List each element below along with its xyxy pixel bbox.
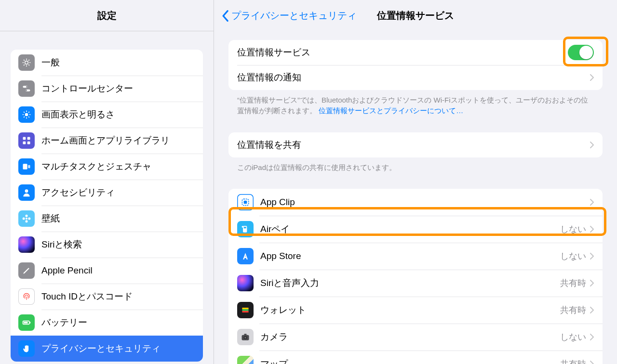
app-label: App Clip bbox=[260, 197, 590, 208]
sidebar-item-label: Apple Pencil bbox=[41, 265, 93, 276]
svg-point-16 bbox=[23, 218, 25, 220]
chevron-right-icon bbox=[590, 361, 594, 364]
sidebar-item-label: コントロールセンター bbox=[41, 82, 133, 95]
location-services-card: 位置情報サービス 位置情報の通知 bbox=[228, 40, 603, 90]
sidebar-item-battery[interactable]: バッテリー bbox=[11, 310, 203, 336]
sidebar-item-label: Siriと検索 bbox=[41, 238, 82, 251]
app-row-camera[interactable]: カメラしない bbox=[228, 324, 603, 351]
sidebar-item-general[interactable]: 一般 bbox=[11, 50, 203, 76]
app-row-sirivoice[interactable]: Siriと音声入力共有時 bbox=[228, 270, 603, 297]
app-label: マップ bbox=[260, 358, 560, 364]
sidebar-item-siri[interactable]: Siriと検索 bbox=[11, 232, 203, 258]
chevron-right-icon bbox=[590, 199, 594, 206]
siri-icon bbox=[18, 236, 35, 253]
back-label: プライバシーとセキュリティ bbox=[231, 9, 357, 22]
sidebar-item-display[interactable]: 画面表示と明るさ bbox=[11, 102, 203, 128]
app-row-airpay[interactable]: Airペイしない bbox=[228, 216, 603, 243]
svg-point-14 bbox=[26, 215, 28, 217]
chevron-left-icon bbox=[221, 10, 229, 22]
svg-rect-23 bbox=[244, 201, 247, 204]
location-services-toggle[interactable] bbox=[568, 45, 594, 60]
chevron-right-icon bbox=[590, 280, 594, 286]
svg-rect-9 bbox=[27, 142, 30, 144]
row-location-notify[interactable]: 位置情報の通知 bbox=[228, 65, 603, 90]
sidebar-item-multitask[interactable]: マルチタスクとジェスチャ bbox=[11, 154, 203, 180]
sidebar-item-label: バッテリー bbox=[41, 316, 87, 329]
sidebar-item-label: Touch IDとパスコード bbox=[41, 290, 133, 303]
sidebar-item-label: 画面表示と明るさ bbox=[41, 108, 115, 121]
share-location-card: 位置情報を共有 bbox=[228, 132, 603, 157]
app-row-appclip[interactable]: App Clip bbox=[228, 189, 603, 216]
app-list: App ClipAirペイしないApp StoreしないSiriと音声入力共有時… bbox=[228, 189, 603, 364]
svg-point-27 bbox=[242, 280, 248, 286]
app-label: Siriと音声入力 bbox=[260, 277, 560, 289]
svg-point-4 bbox=[26, 90, 27, 91]
svg-rect-6 bbox=[23, 137, 26, 140]
panel-header: プライバシーとセキュリティ 位置情報サービス bbox=[214, 0, 617, 31]
wallet-app-icon bbox=[237, 302, 254, 318]
sidebar-item-label: マルチタスクとジェスチャ bbox=[41, 160, 151, 173]
row-share-location[interactable]: 位置情報を共有 bbox=[228, 132, 603, 157]
privacy-link[interactable]: 位置情報サービスとプライバシーについて… bbox=[319, 106, 463, 115]
gear-icon bbox=[18, 54, 35, 71]
flower-icon bbox=[18, 210, 35, 227]
sidebar-item-touchid[interactable]: Touch IDとパスコード bbox=[11, 284, 203, 310]
svg-rect-34 bbox=[244, 334, 247, 336]
sun-icon bbox=[18, 106, 35, 123]
appstore-app-icon bbox=[237, 248, 254, 264]
sidebar-item-accessibility[interactable]: アクセシビリティ bbox=[11, 180, 203, 206]
battery-icon bbox=[18, 314, 35, 331]
svg-rect-29 bbox=[242, 310, 248, 311]
camera-app-icon bbox=[237, 329, 254, 345]
sidebar-item-home[interactable]: ホーム画面とアプリライブラリ bbox=[11, 128, 203, 154]
sidebar-item-wallpaper[interactable]: 壁紙 bbox=[11, 206, 203, 232]
app-value: しない bbox=[560, 223, 586, 235]
sidebar-body: 一般コントロールセンター画面表示と明るさホーム画面とアプリライブラリマルチタスク… bbox=[0, 31, 214, 364]
svg-rect-20 bbox=[30, 322, 31, 323]
app-row-appstore[interactable]: App Storeしない bbox=[228, 243, 603, 270]
sidebar-item-privacy[interactable]: プライバシーとセキュリティ bbox=[11, 336, 203, 362]
svg-point-2 bbox=[26, 86, 27, 88]
app-value: 共有時 bbox=[560, 304, 586, 316]
row-location-services[interactable]: 位置情報サービス bbox=[228, 40, 603, 65]
svg-rect-21 bbox=[24, 322, 27, 323]
finger-icon bbox=[18, 288, 35, 305]
panel-body: 位置情報サービス 位置情報の通知 “位置情報サービス”では、Bluetoothお… bbox=[214, 31, 617, 364]
rects-icon bbox=[18, 158, 35, 175]
sidebar-item-pencil[interactable]: Apple Pencil bbox=[11, 258, 203, 284]
svg-point-12 bbox=[25, 189, 28, 193]
chevron-right-icon bbox=[590, 142, 594, 148]
svg-rect-28 bbox=[242, 308, 248, 309]
panel-title: 位置情報サービス bbox=[377, 9, 454, 22]
sidebar-header: 設定 bbox=[0, 0, 214, 31]
app-value: しない bbox=[560, 250, 586, 262]
chevron-right-icon bbox=[590, 74, 594, 81]
svg-rect-30 bbox=[242, 311, 248, 312]
app-label: App Store bbox=[260, 251, 560, 261]
app-row-maps[interactable]: マップ共有時 bbox=[228, 351, 603, 364]
sidebar-item-label: アクセシビリティ bbox=[41, 186, 115, 199]
hand-icon bbox=[18, 340, 35, 357]
row-label: 位置情報の通知 bbox=[237, 71, 590, 84]
person-icon bbox=[18, 184, 35, 201]
share-caption: このiPadは位置情報の共有に使用されています。 bbox=[228, 157, 603, 173]
back-button[interactable]: プライバシーとセキュリティ bbox=[221, 9, 357, 22]
svg-point-5 bbox=[25, 113, 28, 117]
app-value: 共有時 bbox=[560, 277, 586, 289]
app-label: カメラ bbox=[260, 331, 560, 343]
sirivoice-app-icon bbox=[237, 275, 254, 291]
settings-sidebar: 設定 一般コントロールセンター画面表示と明るさホーム画面とアプリライブラリマルチ… bbox=[0, 0, 214, 364]
app-value: 共有時 bbox=[560, 358, 586, 364]
chevron-right-icon bbox=[590, 334, 594, 340]
airpay-app-icon bbox=[237, 221, 254, 237]
app-value: しない bbox=[560, 331, 586, 343]
sidebar-item-control[interactable]: コントロールセンター bbox=[11, 76, 203, 102]
app-row-wallet[interactable]: ウォレット共有時 bbox=[228, 297, 603, 324]
appclip-app-icon bbox=[237, 194, 254, 210]
sidebar-item-label: 一般 bbox=[41, 56, 60, 69]
svg-point-13 bbox=[26, 218, 27, 220]
location-caption: “位置情報サービス”では、Bluetoothおよびクラウドソースの Wi-Fiス… bbox=[228, 90, 603, 116]
svg-point-17 bbox=[28, 218, 30, 220]
svg-rect-25 bbox=[244, 227, 246, 228]
chevron-right-icon bbox=[590, 307, 594, 313]
